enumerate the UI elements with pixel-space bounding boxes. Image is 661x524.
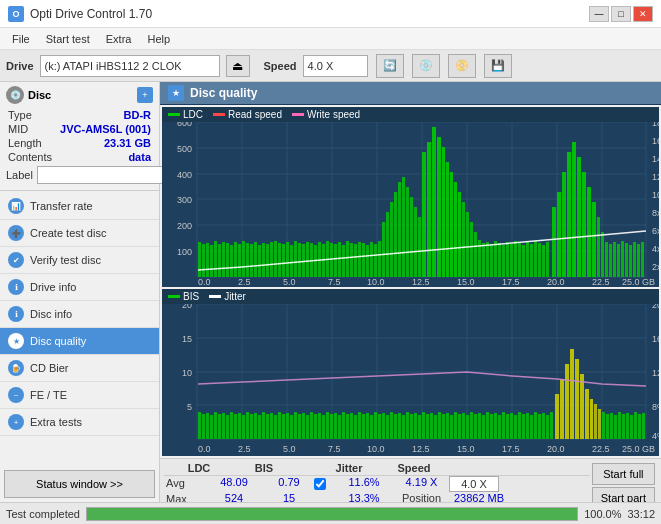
svg-rect-57 xyxy=(342,245,345,277)
svg-rect-277 xyxy=(626,413,629,439)
stats-avg-speed2[interactable]: 4.0 X xyxy=(449,476,499,492)
svg-rect-69 xyxy=(390,202,393,277)
svg-rect-65 xyxy=(374,244,377,277)
svg-rect-210 xyxy=(350,413,353,439)
svg-rect-101 xyxy=(522,245,525,277)
refresh-button[interactable]: 🔄 xyxy=(376,54,404,78)
svg-rect-186 xyxy=(254,413,257,439)
svg-rect-97 xyxy=(506,242,509,277)
svg-rect-23 xyxy=(206,243,209,277)
stats-max-row: Max 524 15 13.3% Position 23862 MB xyxy=(164,492,590,502)
legend-bis-text: BIS xyxy=(183,291,199,302)
nav-create-test-disc[interactable]: ➕ Create test disc xyxy=(0,220,159,247)
save-button[interactable]: 💾 xyxy=(484,54,512,78)
svg-text:5: 5 xyxy=(187,402,192,412)
nav-extra-tests[interactable]: + Extra tests xyxy=(0,409,159,436)
svg-rect-225 xyxy=(410,414,413,439)
svg-rect-79 xyxy=(432,127,436,277)
status-text: Test completed xyxy=(6,508,80,520)
legend-writespeed-text: Write speed xyxy=(307,109,360,120)
speed-selector[interactable]: 4.0 X xyxy=(303,55,368,77)
minimize-button[interactable]: — xyxy=(589,6,609,22)
stats-avg-row: Avg 48.09 0.79 11.6% 4.19 X 4.0 X xyxy=(164,476,590,492)
menu-starttest[interactable]: Start test xyxy=(38,31,98,47)
svg-rect-200 xyxy=(310,412,313,439)
svg-rect-37 xyxy=(262,243,265,277)
svg-rect-205 xyxy=(330,414,333,439)
disc-btn1[interactable]: 💿 xyxy=(412,54,440,78)
svg-rect-243 xyxy=(482,415,485,439)
svg-rect-278 xyxy=(630,415,633,439)
svg-rect-192 xyxy=(278,412,281,439)
disc-label-input[interactable] xyxy=(37,166,170,184)
svg-rect-80 xyxy=(437,137,441,277)
svg-rect-36 xyxy=(258,245,261,277)
svg-rect-244 xyxy=(486,412,489,439)
svg-rect-125 xyxy=(629,245,632,277)
status-window-button[interactable]: Status window >> xyxy=(4,470,155,498)
disc-section-title: Disc xyxy=(28,89,51,101)
svg-rect-93 xyxy=(490,244,493,277)
legend-ldc-dot xyxy=(168,113,180,116)
svg-rect-102 xyxy=(526,242,529,277)
nav-drive-info[interactable]: ℹ Drive info xyxy=(0,274,159,301)
svg-rect-47 xyxy=(302,244,305,277)
nav-disc-info[interactable]: ℹ Disc info xyxy=(0,301,159,328)
legend-ldc: LDC xyxy=(168,109,203,120)
maximize-button[interactable]: □ xyxy=(611,6,631,22)
nav-disc-quality[interactable]: ★ Disc quality xyxy=(0,328,159,355)
svg-rect-128 xyxy=(641,242,644,277)
svg-rect-238 xyxy=(462,413,465,439)
svg-rect-59 xyxy=(350,243,353,277)
menu-extra[interactable]: Extra xyxy=(98,31,140,47)
drive-selector[interactable]: (k:) ATAPI iHBS112 2 CLOK xyxy=(40,55,220,77)
svg-rect-100 xyxy=(518,243,521,277)
svg-text:14x: 14x xyxy=(652,154,659,164)
stats-jitter-header: Jitter xyxy=(314,461,384,475)
disc-btn2[interactable]: 📀 xyxy=(448,54,476,78)
svg-rect-230 xyxy=(430,413,433,439)
nav-transfer-rate[interactable]: 📊 Transfer rate xyxy=(0,193,159,220)
progress-fill xyxy=(87,508,577,520)
svg-rect-113 xyxy=(577,157,581,277)
menu-help[interactable]: Help xyxy=(139,31,178,47)
close-button[interactable]: ✕ xyxy=(633,6,653,22)
menu-file[interactable]: File xyxy=(4,31,38,47)
svg-rect-177 xyxy=(218,414,221,439)
titlebar-left: O Opti Drive Control 1.70 xyxy=(8,6,152,22)
svg-rect-33 xyxy=(246,243,249,277)
nav-transfer-rate-label: Transfer rate xyxy=(30,200,93,212)
svg-rect-60 xyxy=(354,244,357,277)
svg-rect-122 xyxy=(617,244,620,277)
legend-jitter-dot xyxy=(209,295,221,298)
nav-fe-te[interactable]: ~ FE / TE xyxy=(0,382,159,409)
svg-rect-236 xyxy=(454,412,457,439)
svg-text:7.5: 7.5 xyxy=(328,444,341,454)
svg-rect-98 xyxy=(510,244,513,277)
svg-rect-28 xyxy=(226,243,229,277)
svg-text:200: 200 xyxy=(177,221,192,231)
svg-rect-242 xyxy=(478,413,481,439)
svg-rect-173 xyxy=(202,414,205,439)
start-full-button[interactable]: Start full xyxy=(592,463,655,485)
stats-bar: LDC BIS Jitter Speed Avg 48.09 0.79 11.6 xyxy=(160,458,661,502)
stats-avg-ldc: 48.09 xyxy=(204,476,264,492)
svg-rect-237 xyxy=(458,414,461,439)
svg-rect-76 xyxy=(418,217,421,277)
jitter-checkbox[interactable] xyxy=(314,478,326,490)
svg-rect-202 xyxy=(318,413,321,439)
extra-tests-icon: + xyxy=(8,414,24,430)
svg-rect-228 xyxy=(422,412,425,439)
progress-time: 33:12 xyxy=(627,508,655,520)
nav-verify-test-disc[interactable]: ✔ Verify test disc xyxy=(0,247,159,274)
nav-cd-bier[interactable]: 🍺 CD Bier xyxy=(0,355,159,382)
start-part-button[interactable]: Start part xyxy=(592,487,655,502)
disc-header: 💿 Disc + xyxy=(6,86,153,104)
svg-rect-175 xyxy=(210,415,213,439)
svg-rect-117 xyxy=(597,217,600,277)
sidebar-divider-1 xyxy=(0,190,159,191)
chart-bottom-panel: BIS Jitter xyxy=(162,289,659,456)
eject-button[interactable]: ⏏ xyxy=(226,55,250,77)
progress-bar-container: Test completed 100.0% 33:12 xyxy=(0,502,661,524)
svg-rect-189 xyxy=(266,414,269,439)
